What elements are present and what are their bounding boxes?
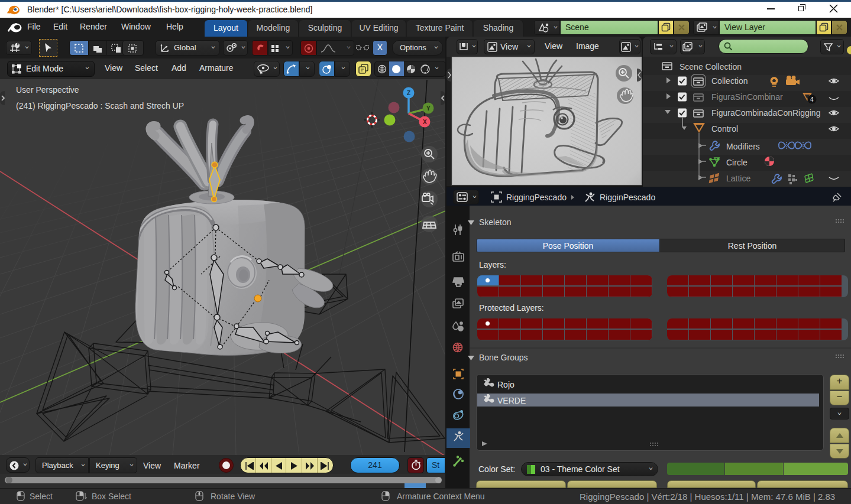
svg-text:User Perspective: User Perspective xyxy=(16,85,79,95)
svg-text:FiguraCombinadaConRigging: FiguraCombinadaConRigging xyxy=(711,108,820,118)
svg-text:FiguraSinCombinar: FiguraSinCombinar xyxy=(711,92,783,102)
svg-text:Control: Control xyxy=(711,124,738,134)
svg-text:Y: Y xyxy=(426,105,431,112)
svg-text:Collection: Collection xyxy=(711,76,748,86)
svg-text:Z: Z xyxy=(407,90,410,96)
svg-text:RiggingPescado: RiggingPescado xyxy=(506,193,567,202)
svg-text:X: X xyxy=(423,119,427,125)
svg-text:Modifiers: Modifiers xyxy=(726,142,760,151)
svg-text:Circle: Circle xyxy=(726,158,748,167)
svg-text:Scene Collection: Scene Collection xyxy=(679,62,742,71)
svg-text:RigginPescado: RigginPescado xyxy=(600,193,655,202)
svg-text:Lattice: Lattice xyxy=(726,174,750,183)
svg-text:(241) RiggingPescado : Scash a: (241) RiggingPescado : Scash and Strech … xyxy=(16,101,184,110)
svg-text:4: 4 xyxy=(810,96,814,103)
